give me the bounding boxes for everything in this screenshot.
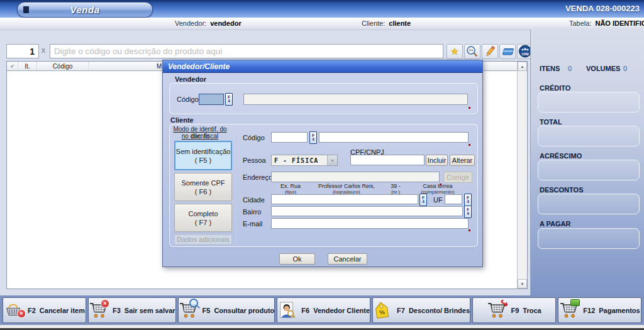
person-search-icon	[277, 301, 296, 319]
cliente-codigo-f4-button[interactable]: F4	[309, 131, 317, 144]
col-check: ✓	[7, 62, 18, 70]
a-pagar-value-box	[538, 228, 640, 249]
scroll-up-icon[interactable]	[518, 62, 527, 71]
uf-f4-button[interactable]: F4	[464, 194, 472, 206]
tabela-info: Tabela:NÃO IDENTIFICADA	[569, 19, 644, 27]
search-f4-button[interactable]: F4	[464, 44, 480, 59]
vendedor-label: Vendedor:	[175, 19, 206, 27]
pos-window: Venda VENDA 028-000223 Vendedor:vendedor…	[0, 0, 644, 330]
tab-indicator-icon	[23, 6, 29, 13]
credito-label: CRÉDITO	[540, 84, 570, 92]
descontos-label: DESCONTOS	[540, 186, 583, 194]
a-pagar-label: A PAGAR	[540, 220, 571, 228]
f12-pagamentos-button[interactable]: F12 Pagamentos	[558, 297, 641, 323]
f5-consultar-produto-button[interactable]: F5 Consultar produto	[178, 297, 275, 323]
required-dot	[469, 144, 470, 146]
col-codigo: Código	[37, 62, 89, 70]
pencil-icon	[483, 45, 497, 58]
search-badge-icon	[189, 299, 198, 307]
exit-badge-icon	[101, 299, 109, 308]
endereco-label: Endereço	[243, 173, 272, 181]
dados-separator	[172, 233, 235, 233]
credito-value-box	[538, 92, 640, 113]
mode-somente-cpf-button[interactable]: Somente CPF ( F6 )	[174, 173, 232, 201]
window-bottom-edge	[0, 325, 644, 330]
cliente-value: cliente	[389, 19, 411, 27]
required-dot	[469, 107, 470, 109]
table-scrollbar[interactable]	[517, 62, 527, 289]
required-dot	[440, 184, 441, 185]
ok-button[interactable]: Ok	[279, 253, 315, 265]
vendedor-cliente-dialog: Vendedor/Cliente Vendedor Código F4 Clie…	[162, 60, 483, 267]
favorites-button[interactable]	[447, 44, 463, 59]
mode-completo-button[interactable]: Completo ( F7 )	[174, 204, 232, 232]
incluir-button[interactable]: Incluir	[426, 155, 448, 166]
cliente-label: Cliente:	[362, 19, 385, 27]
descontos-value-box	[538, 194, 640, 214]
dialog-title: Vendedor/Cliente	[163, 60, 482, 73]
itens-value: 0	[568, 65, 572, 72]
vendedor-codigo-label: Código	[177, 96, 199, 103]
cliente-codigo-label: Código	[243, 134, 265, 141]
f9-troca-button[interactable]: F9 Troca	[472, 297, 556, 323]
alterar-button[interactable]: Alterar	[450, 155, 475, 166]
bairro-input[interactable]	[271, 206, 463, 216]
endereco-hint: Ex. Rua (tipo) Professor Carlos Reis, (l…	[271, 184, 467, 195]
function-toolbar: F2 Cancelar item F3 Sair sem salvar F5 C…	[0, 295, 644, 325]
cpf-cnpj-input[interactable]	[350, 155, 425, 165]
info-strip	[0, 18, 644, 30]
crm-badge: CRM	[522, 53, 529, 56]
cidade-label: Cidade	[243, 196, 265, 204]
pessoa-label: Pessoa	[243, 157, 266, 164]
edit-button[interactable]	[482, 44, 498, 59]
dados-adicionais-button[interactable]: Dados adicionais	[174, 234, 232, 245]
cancel-badge-icon	[17, 309, 26, 318]
star-icon	[450, 46, 458, 57]
cliente-panel-separator	[236, 124, 236, 245]
f2-cancelar-item-button[interactable]: F2 Cancelar item	[3, 297, 86, 323]
cidade-f4-button[interactable]: F4	[419, 194, 427, 206]
ticket-button[interactable]	[499, 44, 516, 59]
vendedor-codigo-input[interactable]	[199, 94, 224, 105]
chevron-down-icon	[327, 155, 337, 165]
acrescimo-value-box	[538, 160, 640, 180]
f3-sair-sem-salvar-button[interactable]: F3 Sair sem salvar	[88, 297, 176, 323]
cliente-group-label: Cliente	[170, 116, 194, 124]
bairro-f4-button[interactable]: F4	[464, 206, 472, 218]
tabela-value: NÃO IDENTIFICADA	[595, 19, 644, 27]
endereco-input[interactable]	[271, 172, 440, 182]
mode-caption-line2: no doc. fiscal	[169, 133, 231, 140]
required-dot	[469, 229, 470, 231]
vendedor-f4-button[interactable]: F4	[225, 93, 233, 106]
tab-venda[interactable]: Venda	[17, 2, 153, 18]
tab-venda-label: Venda	[70, 4, 100, 15]
product-search-input[interactable]	[50, 44, 443, 58]
bairro-label: Bairro	[243, 208, 261, 216]
volumes-label: VOLUMES	[586, 65, 620, 72]
mode-sem-identificacao-button[interactable]: Sem identificação ( F5 )	[174, 141, 232, 170]
cliente-codigo-input[interactable]	[271, 132, 308, 143]
pessoa-dropdown[interactable]: F - FÍSICA	[271, 155, 338, 166]
col-item: It.	[18, 62, 37, 70]
cancelar-button[interactable]: Cancelar	[328, 253, 367, 265]
cliente-nome-input[interactable]	[319, 132, 469, 143]
uf-input[interactable]	[445, 194, 462, 204]
vendedor-info: Vendedor:vendedor	[175, 19, 242, 27]
f6-vendedor-cliente-button[interactable]: F6 Vendedor Cliente	[277, 297, 370, 323]
magnifier-f4-icon: F4	[465, 45, 479, 58]
scroll-down-icon[interactable]	[518, 279, 527, 289]
total-value-box	[538, 126, 640, 146]
total-label: TOTAL	[540, 118, 562, 126]
pessoa-value: F - FÍSICA	[272, 155, 327, 165]
magnifier-f4-badge: F4	[469, 48, 473, 52]
money-badge-icon	[570, 299, 580, 306]
vendedor-nome-input[interactable]	[243, 94, 468, 105]
f7-desconto-brindes-button[interactable]: F7 Desconto/ Brindes	[372, 297, 470, 323]
itens-label: ITENS	[540, 65, 560, 72]
clear-button[interactable]: x	[42, 46, 45, 55]
item-quantity-field[interactable]: 1	[6, 44, 39, 58]
vendedor-group-label: Vendedor	[175, 75, 206, 83]
corrigir-button[interactable]: Corrigir	[443, 172, 472, 183]
email-input[interactable]	[271, 218, 469, 229]
cidade-input[interactable]	[271, 194, 418, 204]
